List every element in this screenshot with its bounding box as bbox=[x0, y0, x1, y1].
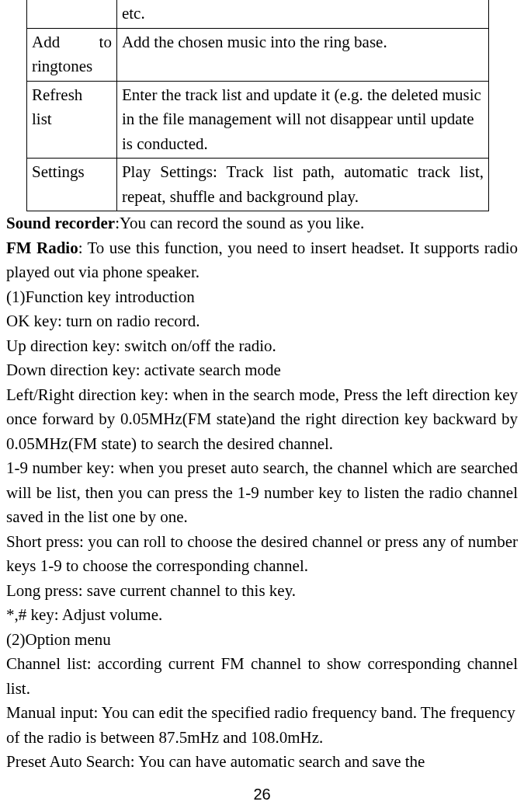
body-content: Sound recorder:You can record the sound … bbox=[5, 211, 519, 775]
cell-text: to bbox=[99, 30, 112, 55]
paragraph: Short press: you can roll to choose the … bbox=[6, 530, 518, 579]
cell-text: Refresh bbox=[32, 83, 112, 108]
paragraph: Sound recorder:You can record the sound … bbox=[6, 211, 518, 236]
paragraph: Long press: save current channel to this… bbox=[6, 579, 518, 604]
table-row: Settings Play Settings: Track list path,… bbox=[27, 159, 489, 211]
table-cell: Refresh list bbox=[27, 81, 117, 159]
cell-text: ringtones bbox=[32, 54, 112, 79]
table-cell: Settings bbox=[27, 159, 117, 211]
paragraph: *,# key: Adjust volume. bbox=[6, 603, 518, 628]
bold-label: FM Radio bbox=[6, 239, 78, 257]
table-row: Refresh list Enter the track list and up… bbox=[27, 81, 489, 159]
paragraph: (1)Function key introduction bbox=[6, 285, 518, 310]
cell-text: Add bbox=[32, 30, 60, 55]
page-number: 26 bbox=[0, 782, 524, 806]
paragraph: 1-9 number key: when you preset auto sea… bbox=[6, 456, 518, 530]
paragraph: Preset Auto Search: You can have automat… bbox=[6, 750, 518, 775]
table-cell: Add the chosen music into the ring base. bbox=[116, 28, 488, 81]
paragraph: Channel list: according current FM chann… bbox=[6, 652, 518, 701]
options-table: etc. Add to ringtones Add the chosen mus… bbox=[26, 0, 489, 211]
text: :You can record the sound as you like. bbox=[115, 214, 364, 232]
paragraph: OK key: turn on radio record. bbox=[6, 309, 518, 334]
paragraph: Manual input: You can edit the specified… bbox=[6, 701, 518, 750]
paragraph: (2)Option menu bbox=[6, 628, 518, 653]
bold-label: Sound recorder bbox=[6, 214, 115, 232]
table-cell: Add to ringtones bbox=[27, 28, 117, 81]
table-cell: etc. bbox=[116, 0, 488, 28]
paragraph: Up direction key: switch on/off the radi… bbox=[6, 334, 518, 359]
table-row: Add to ringtones Add the chosen music in… bbox=[27, 28, 489, 81]
table-cell: Enter the track list and update it (e.g.… bbox=[116, 81, 488, 159]
table-cell: Play Settings: Track list path, automati… bbox=[116, 159, 488, 211]
cell-text: list bbox=[32, 107, 112, 132]
text: : To use this function, you need to inse… bbox=[6, 239, 518, 282]
paragraph: Down direction key: activate search mode bbox=[6, 358, 518, 383]
paragraph: FM Radio: To use this function, you need… bbox=[6, 236, 518, 285]
paragraph: Left/Right direction key: when in the se… bbox=[6, 383, 518, 457]
table-row: etc. bbox=[27, 0, 489, 28]
table-cell bbox=[27, 0, 117, 28]
